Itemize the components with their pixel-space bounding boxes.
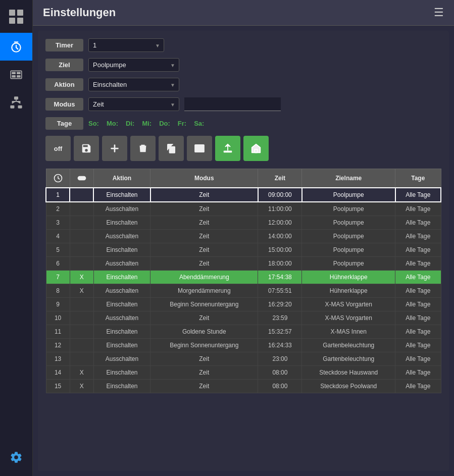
day-so[interactable]: So: xyxy=(88,120,99,127)
svg-rect-18 xyxy=(78,177,85,180)
svg-rect-1 xyxy=(17,10,23,16)
settings-panel: Timer 1 2 3 Ziel Poolpumpe Hühnerklappe … xyxy=(38,31,449,471)
sidebar-item-network[interactable] xyxy=(0,88,32,116)
svg-rect-16 xyxy=(255,149,258,152)
ziel-select[interactable]: Poolpumpe Hühnerklappe X-MAS Vorgarten xyxy=(88,58,179,72)
table-row[interactable]: 11EinschaltenGoldene Stunde15:32:57X-MAS… xyxy=(46,325,441,339)
app-logo xyxy=(4,5,29,28)
toolbar: off xyxy=(45,136,441,161)
day-di[interactable]: Di: xyxy=(126,120,134,127)
home-button[interactable] xyxy=(243,136,269,161)
upload-button[interactable] xyxy=(215,136,240,161)
col-tage: Tage xyxy=(395,169,441,188)
tage-label: Tage xyxy=(45,117,83,130)
day-mi[interactable]: Mi: xyxy=(142,120,152,127)
sidebar-item-kitchen[interactable] xyxy=(0,61,32,88)
add-button[interactable] xyxy=(102,136,127,161)
hamburger-button[interactable]: ☰ xyxy=(434,6,444,19)
modus-row: Modus Zeit Abenddämmerung Morgendämmerun… xyxy=(45,97,441,111)
svg-rect-3 xyxy=(17,18,23,24)
time-input[interactable]: 09:00:00 xyxy=(184,97,281,111)
svg-rect-15 xyxy=(224,151,232,153)
table-row[interactable]: 10AusschaltenZeit23:59X-MAS VorgartenAll… xyxy=(46,311,441,325)
sidebar-bottom xyxy=(0,443,32,476)
timer-row: Timer 1 2 3 xyxy=(45,38,441,52)
table-row[interactable]: 2AusschaltenZeit11:00:00PoolpumpeAlle Ta… xyxy=(46,202,441,216)
svg-rect-7 xyxy=(17,72,21,74)
timer-label: Timer xyxy=(45,39,83,51)
modus-select[interactable]: Zeit Abenddämmerung Morgendämmerung xyxy=(88,97,179,111)
col-onoff xyxy=(70,169,93,188)
table-row[interactable]: 4AusschaltenZeit14:00:00PoolpumpeAlle Ta… xyxy=(46,230,441,243)
timer-select[interactable]: 1 2 3 xyxy=(88,38,164,52)
table-row[interactable]: 13AusschaltenZeit23:00GartenbeleuchtungA… xyxy=(46,352,441,366)
sidebar-item-timer[interactable] xyxy=(0,33,32,61)
sidebar xyxy=(0,0,33,476)
main-content: Einstellungen ☰ Timer 1 2 3 Ziel Poolpum… xyxy=(33,0,454,476)
aktion-label: Aktion xyxy=(45,78,83,91)
table-row[interactable]: 7XEinschaltenAbenddämmerung17:54:38Hühne… xyxy=(46,271,441,284)
copy-button[interactable] xyxy=(159,136,184,161)
delete-button[interactable] xyxy=(130,136,156,161)
ziel-row: Ziel Poolpumpe Hühnerklappe X-MAS Vorgar… xyxy=(45,58,441,72)
col-zielname: Zielname xyxy=(302,169,395,188)
svg-rect-0 xyxy=(9,10,15,16)
svg-rect-9 xyxy=(17,75,21,77)
svg-rect-10 xyxy=(15,97,18,99)
table-row[interactable]: 5EinschaltenZeit15:00:00PoolpumpeAlle Ta… xyxy=(46,243,441,257)
day-do[interactable]: Do: xyxy=(159,120,170,127)
page-title: Einstellungen xyxy=(43,6,116,19)
ziel-label: Ziel xyxy=(45,59,83,71)
header: Einstellungen ☰ xyxy=(33,0,454,26)
svg-rect-2 xyxy=(9,18,15,24)
col-aktion: Aktion xyxy=(93,169,150,188)
days-container: So: Mo: Di: Mi: Do: Fr: Sa: xyxy=(88,120,204,127)
col-modus: Modus xyxy=(150,169,258,188)
table-row[interactable]: 6AusschaltenZeit18:00:00PoolpumpeAlle Ta… xyxy=(46,257,441,271)
aktion-select[interactable]: Einschalten Ausschalten xyxy=(88,78,179,91)
table-row[interactable]: 12EinschaltenBeginn Sonnenuntergang16:24… xyxy=(46,339,441,352)
tage-row: Tage So: Mo: Di: Mi: Do: Fr: Sa: xyxy=(45,117,441,130)
table-row[interactable]: 15XEinschaltenZeit08:00Steckdose Poolwan… xyxy=(46,380,441,393)
sidebar-item-settings[interactable] xyxy=(0,443,32,471)
save-button[interactable] xyxy=(74,136,99,161)
col-zeit: Zeit xyxy=(258,169,302,188)
day-sa[interactable]: Sa: xyxy=(194,120,204,127)
table-row[interactable]: 9EinschaltenBeginn Sonnenuntergang16:29:… xyxy=(46,298,441,311)
svg-rect-6 xyxy=(12,72,16,74)
table-row[interactable]: 3EinschaltenZeit12:00:00PoolpumpeAlle Ta… xyxy=(46,216,441,230)
col-number xyxy=(46,169,70,188)
svg-rect-13 xyxy=(169,146,175,153)
table-row[interactable]: 8XAusschaltenMorgendämmerung07:55:51Hühn… xyxy=(46,284,441,298)
table-row[interactable]: 1EinschaltenZeit09:00:00PoolpumpeAlle Ta… xyxy=(46,188,441,202)
svg-rect-8 xyxy=(12,75,16,77)
modus-label: Modus xyxy=(45,98,83,111)
aktion-row: Aktion Einschalten Ausschalten xyxy=(45,78,441,91)
svg-rect-11 xyxy=(11,105,14,108)
timer-table: Aktion Modus Zeit Zielname Tage 1Einscha… xyxy=(45,169,441,393)
table-row[interactable]: 14XEinschaltenZeit08:00Steckdose Hauswan… xyxy=(46,366,441,380)
day-fr[interactable]: Fr: xyxy=(178,120,186,127)
mail-button[interactable] xyxy=(187,136,212,161)
svg-rect-12 xyxy=(18,105,22,108)
off-button[interactable]: off xyxy=(45,136,71,161)
day-mo[interactable]: Mo: xyxy=(107,120,118,127)
